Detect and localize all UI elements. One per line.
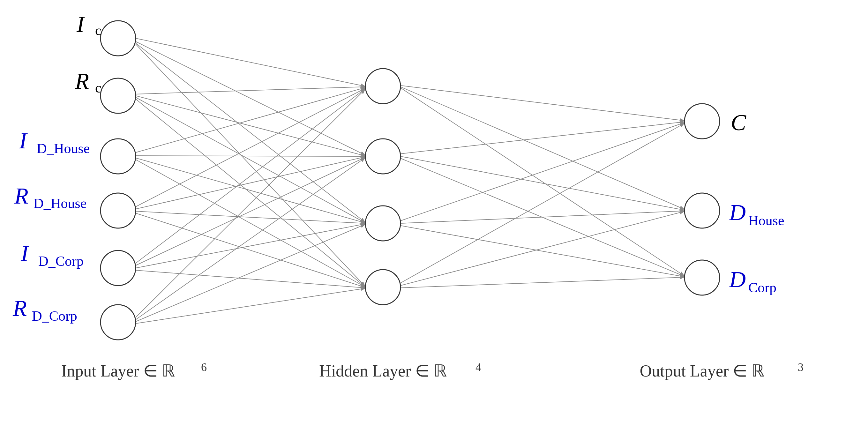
label-output-c: C bbox=[731, 110, 746, 135]
connection-line bbox=[135, 224, 365, 268]
connection-line bbox=[135, 89, 365, 207]
connection-line bbox=[401, 212, 684, 285]
hidden-layer-label: Hidden Layer ∈ ℝ bbox=[319, 362, 446, 380]
input-node-rd-corp bbox=[100, 305, 135, 340]
input-node-rc bbox=[100, 78, 135, 113]
connection-line bbox=[401, 86, 684, 121]
label-output-dhouse-sub: House bbox=[748, 213, 784, 229]
connection-line bbox=[401, 277, 684, 288]
connection-line bbox=[135, 38, 365, 86]
output-node-dhouse bbox=[684, 193, 720, 228]
label-output-dcorp-sub: Corp bbox=[748, 280, 776, 296]
label-ic-sub: c bbox=[95, 23, 101, 38]
label-id-house-sub: D_House bbox=[37, 141, 90, 156]
connection-line bbox=[401, 211, 684, 223]
connection-line bbox=[135, 99, 365, 286]
input-node-id-corp bbox=[100, 250, 135, 285]
label-rc: R bbox=[75, 68, 89, 94]
connection-line bbox=[135, 88, 365, 153]
hidden-layer-superscript: 4 bbox=[475, 361, 481, 374]
output-node-dcorp bbox=[684, 260, 720, 295]
neural-network-diagram: I c R c I D_House R D_House I D_Corp R D… bbox=[0, 0, 868, 425]
connection-line bbox=[135, 41, 365, 155]
input-layer-label: Input Layer ∈ ℝ bbox=[61, 362, 175, 380]
connection-line bbox=[401, 156, 684, 210]
label-rd-corp-sub: D_Corp bbox=[32, 308, 77, 324]
connection-line bbox=[135, 87, 365, 94]
label-output-dhouse: D bbox=[729, 200, 746, 225]
input-layer-superscript: 6 bbox=[201, 361, 207, 374]
connection-line bbox=[135, 89, 365, 263]
input-node-ic bbox=[100, 21, 135, 56]
connection-line bbox=[135, 43, 365, 222]
label-rd-house-sub: D_House bbox=[33, 195, 87, 211]
hidden-node-4 bbox=[365, 270, 401, 305]
connection-line bbox=[135, 156, 365, 156]
label-id-corp: I bbox=[21, 241, 29, 266]
hidden-node-3 bbox=[365, 206, 401, 241]
input-node-id-house bbox=[100, 139, 135, 174]
label-id-house: I bbox=[19, 128, 28, 153]
connection-line bbox=[401, 225, 684, 277]
label-id-corp-sub: D_Corp bbox=[38, 253, 84, 269]
connection-line bbox=[135, 159, 365, 286]
output-node-c bbox=[684, 104, 720, 139]
hidden-node-1 bbox=[365, 69, 401, 104]
connection-line bbox=[135, 289, 365, 324]
connection-line bbox=[401, 88, 684, 275]
hidden-node-2 bbox=[365, 139, 401, 174]
connection-line bbox=[135, 96, 365, 156]
label-rd-corp: R bbox=[12, 296, 27, 321]
input-node-rd-house bbox=[100, 193, 135, 228]
label-rc-sub: c bbox=[95, 80, 101, 96]
label-rd-house: R bbox=[14, 183, 28, 209]
connection-line bbox=[135, 213, 365, 287]
nn-svg: I c R c I D_House R D_House I D_Corp R D… bbox=[0, 0, 868, 425]
label-output-dcorp: D bbox=[729, 267, 746, 292]
label-ic: I bbox=[76, 11, 85, 37]
output-layer-label: Output Layer ∈ ℝ bbox=[640, 362, 765, 380]
output-layer-superscript: 3 bbox=[798, 361, 804, 374]
